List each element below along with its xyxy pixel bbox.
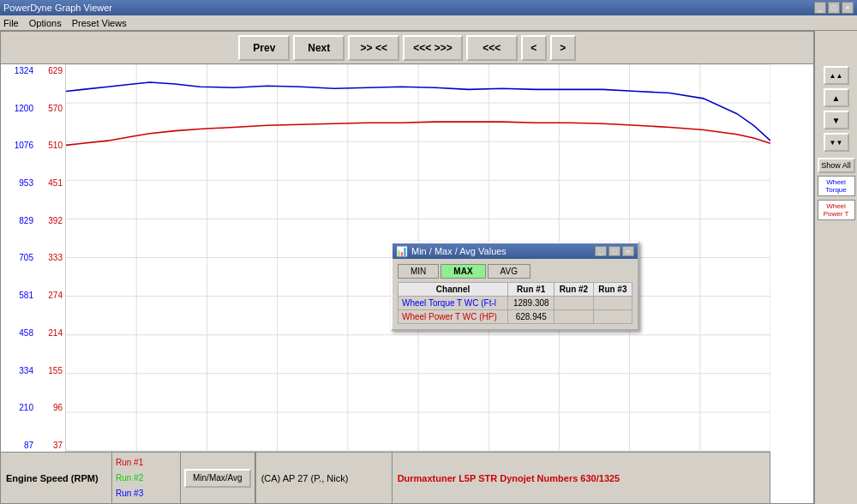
run1-label: Run #1: [116, 458, 177, 467]
title-bar-buttons[interactable]: _ □ ×: [814, 2, 854, 14]
y-blue-11: 87: [1, 441, 35, 450]
row1-run3: [593, 297, 632, 310]
tab-avg[interactable]: AVG: [488, 264, 530, 279]
table-row: Wheel Power T WC (HP) 628.945: [399, 310, 632, 324]
title-bar: PowerDyne Graph Viewer _ □ ×: [0, 0, 857, 15]
minmax-button-cell: Min/Max/Avg: [181, 453, 255, 503]
nav-top-button[interactable]: ▲: [824, 88, 849, 107]
col-run2: Run #2: [554, 283, 593, 297]
y-blue-1: 1324: [1, 66, 35, 75]
close-button[interactable]: ×: [842, 2, 854, 14]
zoom-all-button[interactable]: <<<: [466, 35, 518, 61]
y-axis-blue: 1324 1200 1076 953 829 705 581 458 334 2…: [1, 64, 35, 452]
tab-min[interactable]: MIN: [398, 264, 439, 279]
run-labels: Run #1 Run #2 Run #3: [112, 453, 181, 503]
show-all-button[interactable]: Show All: [818, 158, 855, 173]
y-red-8: 214: [37, 328, 63, 338]
next-button[interactable]: Next: [293, 35, 345, 61]
y-red-11: 37: [37, 441, 63, 450]
y-blue-8: 458: [1, 328, 35, 338]
maximize-button[interactable]: □: [828, 2, 840, 14]
modal-icon: 📊: [396, 246, 408, 257]
row2-run3: [593, 310, 632, 324]
menu-preset-views[interactable]: Preset Views: [72, 18, 127, 28]
modal-maximize-button[interactable]: □: [608, 246, 620, 256]
y-blue-10: 210: [1, 403, 35, 412]
y-blue-3: 1076: [1, 141, 35, 150]
nav-bottom-bottom-button[interactable]: ▼▼: [824, 133, 849, 152]
legend-power: Wheel Power T: [818, 200, 855, 220]
modal-dialog: 📊 Min / Max / Avg Values _ □ × MIN MAX A…: [391, 242, 639, 331]
y-blue-2: 1200: [1, 104, 35, 113]
modal-table: Channel Run #1 Run #2 Run #3 Wheel Torqu…: [398, 282, 632, 324]
y-red-5: 392: [37, 216, 63, 225]
zoom-out-in-button[interactable]: <<< >>>: [403, 35, 462, 61]
y-blue-5: 829: [1, 216, 35, 225]
row1-run1: 1289.308: [508, 297, 554, 310]
modal-title-text: Min / Max / Avg Values: [411, 246, 506, 256]
y-red-1: 629: [37, 66, 63, 75]
modal-body: MIN MAX AVG Channel Run #1 Run #2 Run #3: [393, 259, 638, 329]
y-blue-7: 581: [1, 291, 35, 300]
menu-options[interactable]: Options: [29, 18, 62, 28]
right-panel: ▲▲ ▲ ▼ ▼▼ Show All Wheel Torque Wheel Po…: [814, 31, 857, 504]
run2-label: Run #2: [116, 473, 177, 483]
tab-max[interactable]: MAX: [440, 264, 485, 279]
nav-left-button[interactable]: <: [521, 35, 547, 61]
menu-bar: File Options Preset Views: [0, 15, 857, 31]
modal-minimize-button[interactable]: _: [595, 246, 607, 256]
modal-title-buttons[interactable]: _ □ ×: [595, 246, 634, 256]
row2-run2: [554, 310, 593, 324]
title-label: Durmaxtuner L5P STR Dynojet Numbers 630/…: [393, 453, 770, 503]
modal-tabs: MIN MAX AVG: [398, 264, 632, 279]
y-red-6: 333: [37, 253, 63, 262]
y-red-3: 510: [37, 141, 63, 150]
minimize-button[interactable]: _: [814, 2, 826, 14]
graph-area: Prev Next >> << <<< >>> <<< < > 1324 120…: [0, 31, 814, 504]
modal-close-button[interactable]: ×: [622, 246, 634, 256]
run3-label: Run #3: [116, 489, 177, 498]
y-blue-4: 953: [1, 178, 35, 188]
modal-title-bar: 📊 Min / Max / Avg Values _ □ ×: [393, 243, 638, 259]
nav-bottom-button[interactable]: ▼: [824, 111, 849, 129]
row2-run1: 628.945: [508, 310, 554, 324]
col-run1: Run #1: [508, 283, 554, 297]
table-row: Wheel Torque T WC (Ft-l 1289.308: [399, 297, 632, 310]
y-red-9: 155: [37, 366, 63, 375]
engine-speed-label: Engine Speed (RPM): [1, 453, 112, 503]
nav-right-button[interactable]: >: [550, 35, 576, 61]
toolbar: Prev Next >> << <<< >>> <<< < >: [1, 32, 813, 64]
row1-run2: [554, 297, 593, 310]
app-title: PowerDyne Graph Viewer: [3, 3, 112, 13]
minmax-button[interactable]: Min/Max/Avg: [184, 469, 251, 488]
main-container: Prev Next >> << <<< >>> <<< < > 1324 120…: [0, 31, 857, 504]
info-bar: Engine Speed (RPM) Run #1 Run #2 Run #3 …: [1, 452, 770, 503]
col-channel: Channel: [399, 283, 508, 297]
y-red-4: 451: [37, 178, 63, 188]
note-label: (CA) AP 27 (P., Nick): [255, 453, 393, 503]
col-run3: Run #3: [593, 283, 632, 297]
prev-button[interactable]: Prev: [238, 35, 290, 61]
y-blue-6: 705: [1, 253, 35, 262]
legend-torque: Wheel Torque: [818, 176, 855, 196]
y-red-10: 96: [37, 403, 63, 412]
y-blue-9: 334: [1, 366, 35, 375]
row1-channel: Wheel Torque T WC (Ft-l: [399, 297, 508, 310]
row2-channel: Wheel Power T WC (HP): [399, 310, 508, 324]
y-axis-red: 629 570 510 451 392 333 274 214 155 96 3…: [37, 64, 63, 452]
zoom-in-out-button[interactable]: >> <<: [348, 35, 399, 61]
nav-top-top-button[interactable]: ▲▲: [824, 66, 849, 85]
menu-file[interactable]: File: [3, 18, 19, 28]
y-red-7: 274: [37, 291, 63, 300]
y-red-2: 570: [37, 104, 63, 113]
